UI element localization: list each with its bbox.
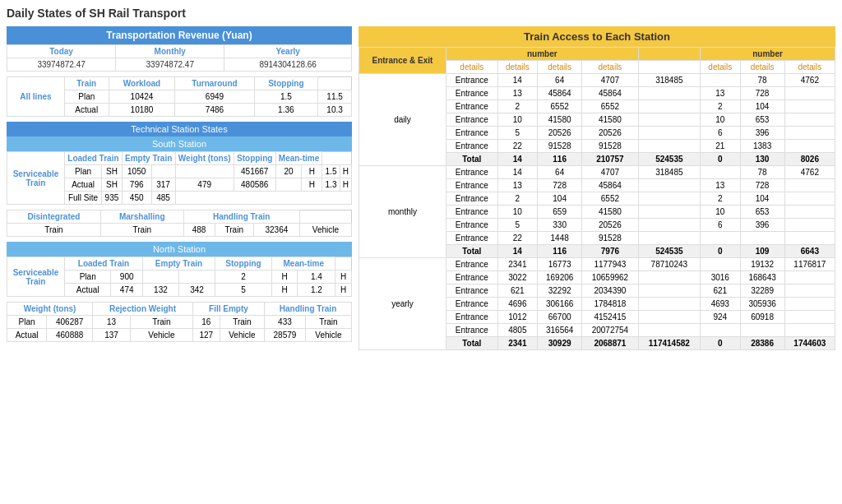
table-cell: 728 <box>740 87 784 100</box>
table-cell: 0 <box>701 245 740 258</box>
north-reject-label: Rejection Weight <box>93 303 193 316</box>
table-cell: 5 <box>497 219 537 232</box>
row-type: Entrance <box>446 113 497 127</box>
train-col: Train <box>64 77 109 90</box>
row-type: Entrance <box>446 127 497 140</box>
north-header: North Station <box>7 242 352 257</box>
n-plan-1.4: 1.4 <box>298 270 335 284</box>
table-cell: 1744603 <box>784 337 835 350</box>
table-cell: 41580 <box>582 206 638 219</box>
s-actual-h1: H <box>302 178 322 192</box>
table-cell: 45864 <box>582 87 638 100</box>
today-value: 33974872.47 <box>7 58 116 72</box>
table-cell <box>784 127 835 140</box>
alllines-actual-turnaround: 1.36 <box>254 104 318 117</box>
table-cell: 4707 <box>582 166 638 179</box>
table-cell: 3022 <box>497 271 537 284</box>
table-cell: 6 <box>701 127 740 140</box>
alllines-label: All lines <box>7 77 65 117</box>
table-cell: 41580 <box>538 113 582 127</box>
table-cell: 14 <box>497 153 537 166</box>
s-plan-1.5: 1.5 <box>322 165 340 178</box>
table-cell <box>740 324 784 337</box>
north-loaded-col: Loaded Train <box>65 257 143 270</box>
north-weight-label: Weight (tons) <box>7 303 93 316</box>
table-cell <box>784 219 835 232</box>
alllines-plan-workload: 6949 <box>175 90 254 104</box>
table-cell <box>638 179 700 192</box>
table-cell: 524535 <box>638 245 700 258</box>
table-cell: 30929 <box>538 337 582 350</box>
table-cell: 10659962 <box>582 271 638 284</box>
dis-32364: 32364 <box>253 224 299 237</box>
table-cell <box>638 298 700 311</box>
table-cell: 728 <box>538 179 582 192</box>
left-panel: Transportation Revenue (Yuan) Today Mont… <box>7 26 352 350</box>
s-plan-h2: H <box>340 165 351 178</box>
table-cell: 2 <box>497 192 537 206</box>
table-cell: 621 <box>497 284 537 298</box>
row-type: Total <box>446 245 497 258</box>
table-cell: 659 <box>538 206 582 219</box>
n-plan-h2: H <box>335 270 352 284</box>
table-cell <box>638 100 700 113</box>
dis-vehicle: Vehicle <box>299 224 351 237</box>
workload-col: Workload <box>109 77 175 90</box>
row-type: Entrance <box>446 206 497 219</box>
table-cell: 4762 <box>784 166 835 179</box>
n-actual-474: 474 <box>111 284 142 297</box>
s-plan-h1: H <box>302 165 322 178</box>
table-cell: 104 <box>740 192 784 206</box>
d1: details <box>446 61 497 74</box>
nb-actual-460888: 460888 <box>47 329 93 342</box>
table-cell <box>784 311 835 324</box>
table-cell: 130 <box>740 153 784 166</box>
table-cell <box>701 166 740 179</box>
table-cell: 4696 <box>497 298 537 311</box>
page-title: Daily States of SH Rail Transport <box>7 7 835 20</box>
table-cell: 91528 <box>538 140 582 153</box>
n-actual-1.2: 1.2 <box>298 284 335 297</box>
table-cell: 6552 <box>582 192 638 206</box>
table-cell <box>638 140 700 153</box>
south-stopping-col: Stopping <box>234 152 275 165</box>
row-type: Total <box>446 337 497 350</box>
s-actual-sh: SH <box>102 178 123 192</box>
table-cell <box>638 324 700 337</box>
table-cell: 109 <box>740 245 784 258</box>
row-type: Entrance <box>446 74 497 87</box>
table-cell: 21 <box>701 140 740 153</box>
row-type: Entrance <box>446 100 497 113</box>
section-label-daily: daily <box>359 74 446 166</box>
n-plan-900: 900 <box>111 270 142 284</box>
table-cell: 305936 <box>740 298 784 311</box>
table-cell: 1448 <box>538 232 582 245</box>
table-cell: 2341 <box>497 258 537 271</box>
s-actual-1.3: 1.3 <box>322 178 340 192</box>
n-actual-5: 5 <box>215 284 272 297</box>
empty-train-col: Empty Train <box>122 152 175 165</box>
table-cell: 78 <box>740 74 784 87</box>
s-actual-480586: 480586 <box>234 178 275 192</box>
table-cell: 10 <box>497 206 537 219</box>
table-cell: 318485 <box>638 166 700 179</box>
nb-plan-13: 13 <box>93 316 131 329</box>
row-type: Total <box>446 153 497 166</box>
table-cell: 5 <box>497 127 537 140</box>
table-cell: 13 <box>497 179 537 192</box>
table-cell: 396 <box>740 219 784 232</box>
entrance-exit-header: Entrance & Exit <box>359 48 446 74</box>
dis-train2: Train <box>100 224 183 237</box>
s-plan-451667: 451667 <box>234 165 275 178</box>
row-type: Entrance <box>446 140 497 153</box>
today-label: Today <box>7 45 116 58</box>
south-header: South Station <box>7 136 352 151</box>
row-type: Entrance <box>446 87 497 100</box>
table-cell: 330 <box>538 219 582 232</box>
table-cell: 91528 <box>582 232 638 245</box>
alllines-plan-train: 10424 <box>109 90 175 104</box>
table-cell: 0 <box>701 337 740 350</box>
table-cell <box>784 324 835 337</box>
technical-header: Technical Station States <box>7 122 352 136</box>
s-actual-h2: H <box>340 178 351 192</box>
